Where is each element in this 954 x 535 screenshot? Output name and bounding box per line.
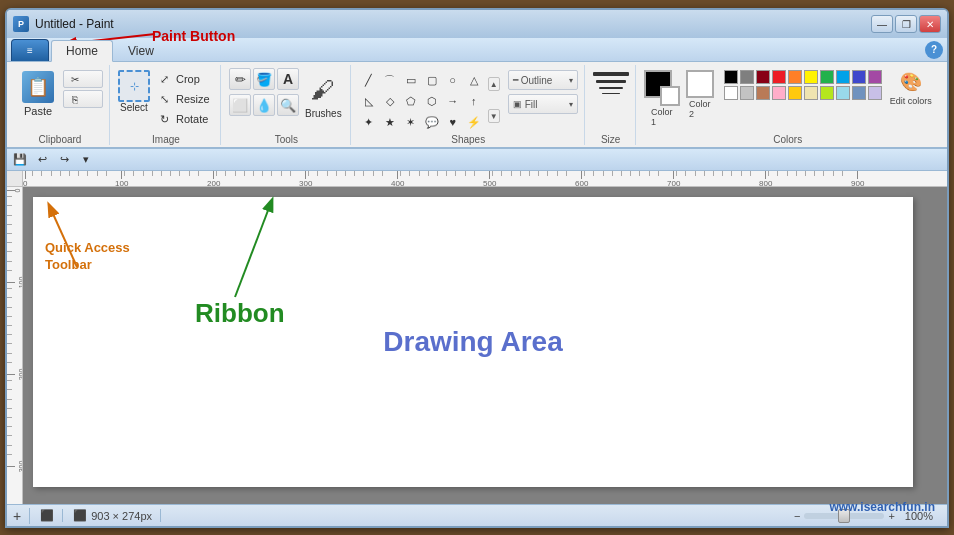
magnify-button[interactable]: 🔍	[277, 94, 299, 116]
shapes-scroll-down[interactable]: ▼	[488, 109, 500, 123]
ribbon-group-image: ⊹ Select ⤢ Crop ⤡ Resize ↻ Rotate	[112, 65, 221, 145]
brushes-button[interactable]: 🖌 Brushes	[303, 70, 344, 121]
shapes-grid: ╱ ⌒ ▭ ▢ ○ △ ◺ ◇ ⬠ ⬡ → ↑ ✦	[359, 70, 484, 132]
color-cell[interactable]	[724, 70, 738, 84]
status-dimensions: ⬛ 903 × 274px	[73, 509, 161, 522]
shape-heart[interactable]: ♥	[443, 112, 463, 132]
color-cell[interactable]	[852, 70, 866, 84]
fill-tool-button[interactable]: 🪣	[253, 68, 275, 90]
color-cell[interactable]	[868, 86, 882, 100]
undo-button[interactable]: ↩	[33, 151, 51, 169]
fill-button[interactable]: ▣ Fill ▾	[508, 94, 578, 114]
pencil-button[interactable]: ✏	[229, 68, 251, 90]
color-palette	[724, 70, 882, 100]
image-label: Image	[118, 132, 214, 145]
paste-button[interactable]: 📋 Paste	[17, 68, 59, 120]
color-cell[interactable]	[772, 70, 786, 84]
color-cell[interactable]	[836, 86, 850, 100]
cut-icon: ✂	[68, 72, 82, 86]
color-cell[interactable]	[820, 86, 834, 100]
cut-button[interactable]: ✂	[63, 70, 103, 88]
shape-lightning[interactable]: ⚡	[464, 112, 484, 132]
paint-menu-button[interactable]: ≡	[11, 39, 49, 61]
resize-button[interactable]: ⤡ Resize	[154, 90, 214, 108]
shape-arrow[interactable]: →	[443, 91, 463, 111]
title-bar: P Untitled - Paint — ❐ ✕	[7, 10, 947, 38]
color-cell[interactable]	[804, 70, 818, 84]
shape-roundrect[interactable]: ▢	[422, 70, 442, 90]
quick-access-dropdown[interactable]: ▾	[77, 151, 95, 169]
crop-button[interactable]: ⤢ Crop	[154, 70, 214, 88]
eraser-button[interactable]: ⬜	[229, 94, 251, 116]
shape-rect[interactable]: ▭	[401, 70, 421, 90]
color-cell[interactable]	[756, 86, 770, 100]
color-cell[interactable]	[740, 70, 754, 84]
color-cell[interactable]	[724, 86, 738, 100]
shapes-label: Shapes	[359, 132, 578, 145]
color-cell[interactable]	[836, 70, 850, 84]
color-cell[interactable]	[788, 86, 802, 100]
status-thumbnail: ⬛	[40, 509, 63, 522]
canvas-container[interactable]: Drawing Area	[23, 187, 947, 504]
outline-dropdown-icon: ▾	[569, 76, 573, 85]
shape-diamond[interactable]: ◇	[380, 91, 400, 111]
color2-swatch[interactable]	[686, 70, 714, 98]
restore-button[interactable]: ❐	[895, 15, 917, 33]
thumbnail-icon: ⬛	[40, 509, 54, 522]
shape-ellipse[interactable]: ○	[443, 70, 463, 90]
color-cell[interactable]	[820, 70, 834, 84]
shape-triangle[interactable]: △	[464, 70, 484, 90]
shape-line[interactable]: ╱	[359, 70, 379, 90]
shape-star6[interactable]: ✶	[401, 112, 421, 132]
copy-button[interactable]: ⎘	[63, 90, 103, 108]
size-selector[interactable]	[593, 72, 629, 94]
ruler-scale-h: 0100200300400500600700800900	[23, 171, 947, 186]
redo-button[interactable]: ↪	[55, 151, 73, 169]
color1-label: Color1	[651, 107, 673, 127]
outline-button[interactable]: ━ Outline ▾	[508, 70, 578, 90]
fill-dropdown-icon: ▾	[569, 100, 573, 109]
undo-icon: ↩	[38, 153, 47, 166]
color-pick-button[interactable]: 💧	[253, 94, 275, 116]
save-button[interactable]: 💾	[11, 151, 29, 169]
color-cell[interactable]	[868, 70, 882, 84]
color-cell[interactable]	[788, 70, 802, 84]
ribbon-group-shapes: ╱ ⌒ ▭ ▢ ○ △ ◺ ◇ ⬠ ⬡ → ↑ ✦	[353, 65, 585, 145]
colors-content: Color1 Color2 🎨 Edit colors	[644, 65, 932, 132]
color-cell[interactable]	[740, 86, 754, 100]
edit-colors-button[interactable]: 🎨 Edit colors	[890, 68, 932, 106]
close-button[interactable]: ✕	[919, 15, 941, 33]
color-cell[interactable]	[756, 70, 770, 84]
text-button[interactable]: A	[277, 68, 299, 90]
select-button[interactable]: ⊹ Select	[118, 70, 150, 113]
size-line-1	[602, 93, 620, 94]
tool-row-2: ⬜ 💧 🔍	[229, 94, 299, 116]
color-cell[interactable]	[772, 86, 786, 100]
color1-swatch[interactable]	[644, 70, 680, 106]
shape-arrow2[interactable]: ↑	[464, 91, 484, 111]
shape-star4[interactable]: ✦	[359, 112, 379, 132]
ruler-corner	[7, 171, 23, 187]
shape-star5[interactable]: ★	[380, 112, 400, 132]
rotate-button[interactable]: ↻ Rotate	[154, 110, 214, 128]
color-cell[interactable]	[852, 86, 866, 100]
drawing-canvas[interactable]: Drawing Area	[33, 197, 913, 487]
shape-right-tri[interactable]: ◺	[359, 91, 379, 111]
tab-view[interactable]: View	[113, 39, 169, 61]
shapes-content: ╱ ⌒ ▭ ▢ ○ △ ◺ ◇ ⬠ ⬡ → ↑ ✦	[359, 65, 578, 132]
minimize-button[interactable]: —	[871, 15, 893, 33]
zoom-out-icon[interactable]: −	[794, 510, 800, 522]
size-line-2	[599, 87, 623, 89]
tab-home[interactable]: Home	[51, 40, 113, 62]
color-cell[interactable]	[804, 86, 818, 100]
dropdown-icon: ▾	[83, 153, 89, 166]
shape-hexa[interactable]: ⬡	[422, 91, 442, 111]
copy-icon: ⎘	[68, 92, 82, 106]
shapes-scroll-up[interactable]: ▲	[488, 77, 500, 91]
help-button[interactable]: ?	[925, 41, 943, 59]
shape-curve[interactable]: ⌒	[380, 70, 400, 90]
save-icon: 💾	[13, 153, 27, 166]
tools-label: Tools	[229, 132, 344, 145]
shape-penta[interactable]: ⬠	[401, 91, 421, 111]
shape-callout[interactable]: 💬	[422, 112, 442, 132]
